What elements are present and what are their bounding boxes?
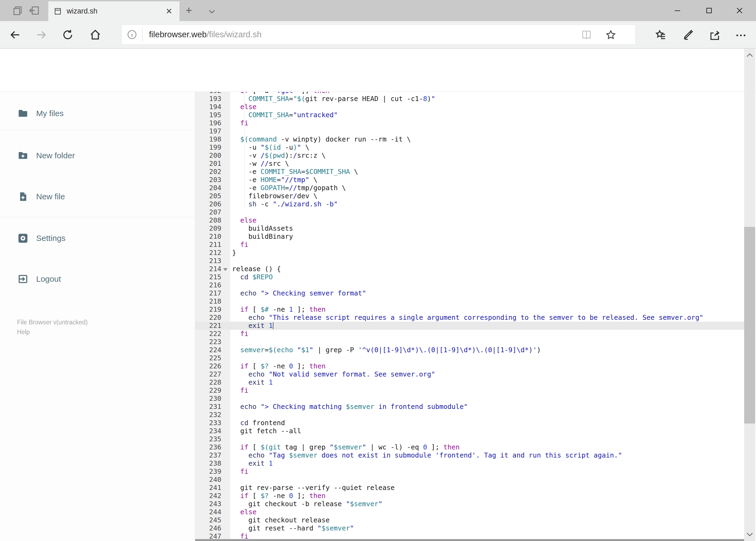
code-line: 232: [195, 411, 744, 419]
line-number: 215: [195, 273, 221, 281]
code-line: 233 cd frontend: [195, 419, 744, 427]
code-line: 224 semver=$(echo "$1" | grep -P '^v(0|[…: [195, 346, 744, 354]
new-tab-icon[interactable]: +: [186, 4, 192, 16]
sidebar-item-new-file[interactable]: New file: [0, 184, 195, 209]
app-header: [0, 49, 756, 92]
code-text: fi: [232, 241, 248, 249]
tab-wizard-sh[interactable]: wizard.sh ✕: [48, 1, 179, 21]
line-number: 205: [195, 192, 221, 200]
share-icon[interactable]: [708, 29, 721, 42]
code-editor[interactable]: 192 if [ -d ".git" ]; then193 COMMIT_SHA…: [195, 92, 744, 541]
code-text: if [ $? -ne 0 ]; then: [232, 492, 326, 500]
code-line: 240: [195, 476, 744, 484]
code-text: fi: [232, 330, 248, 338]
vertical-scrollbar[interactable]: [744, 49, 755, 541]
hub-icon[interactable]: [654, 29, 667, 42]
fold-arrow-icon[interactable]: [223, 268, 227, 271]
line-number: 220: [195, 313, 221, 322]
code-text: buildBinary: [232, 233, 293, 241]
sidebar-item-new-folder[interactable]: New folder: [0, 143, 195, 168]
help-link[interactable]: Help: [17, 328, 30, 336]
code-text: fi: [232, 386, 248, 395]
line-number: 227: [195, 370, 221, 378]
line-number: 223: [195, 338, 221, 346]
sidebar-item-settings[interactable]: Settings: [0, 226, 195, 251]
url-divider: [142, 27, 142, 42]
code-text: -e COMMIT_SHA=$COMMIT_SHA \: [232, 168, 358, 176]
scroll-up-icon[interactable]: [745, 51, 754, 60]
line-number: 211: [195, 241, 221, 249]
sidebar-item-label: Settings: [36, 234, 65, 243]
code-text: exit 1: [232, 322, 273, 330]
line-number: 195: [195, 111, 221, 119]
vertical-scrollbar-thumb[interactable]: [744, 227, 755, 423]
reading-view-icon[interactable]: [581, 29, 592, 41]
line-number: 235: [195, 435, 221, 443]
site-info-icon[interactable]: [126, 29, 137, 40]
code-text: if [ $# -ne 1 ]; then: [232, 305, 326, 313]
sidebar-item-my-files[interactable]: My files: [0, 101, 195, 126]
line-number: 228: [195, 378, 221, 386]
horizontal-scrollbar-thumb[interactable]: [195, 539, 744, 541]
address-bar[interactable]: filebrowser.web/files/wizard.sh: [122, 25, 635, 45]
code-line: 195 COMMIT_SHA="untracked": [195, 111, 744, 119]
annotate-icon[interactable]: [681, 29, 694, 42]
url-path: /files/wizard.sh: [207, 30, 262, 39]
code-line: 193 COMMIT_SHA="$(git rev-parse HEAD | c…: [195, 95, 744, 103]
line-number: 200: [195, 152, 221, 160]
refresh-icon[interactable]: [62, 29, 74, 41]
code-line: 231 echo "> Checking matching $semver in…: [195, 403, 744, 411]
line-number: 245: [195, 516, 221, 524]
sidebar-item-label: New folder: [36, 151, 75, 160]
text-cursor: [273, 322, 273, 329]
line-number: 237: [195, 451, 221, 459]
code-line: 230: [195, 395, 744, 403]
code-line: 213: [195, 257, 744, 265]
sidebar-item-logout[interactable]: Logout: [0, 267, 195, 291]
url-text[interactable]: filebrowser.web/files/wizard.sh: [149, 30, 262, 39]
minimize-icon[interactable]: [671, 4, 684, 17]
code-text: $(command -v winpty) docker run --rm -it…: [232, 135, 411, 144]
code-line: 210 buildBinary: [195, 233, 744, 241]
code-line: 226 if [ $? -ne 0 ]; then: [195, 362, 744, 370]
back-icon[interactable]: [9, 29, 21, 41]
code-text: else: [232, 216, 256, 225]
tab-bar: wizard.sh ✕ +: [0, 0, 756, 21]
code-text: if [ $(git tag | grep "$semver" | wc -l)…: [232, 443, 460, 451]
code-text: echo "Not valid semver format. See semve…: [232, 370, 435, 378]
code-text: git rev-parse --verify --quiet release: [232, 484, 394, 492]
code-text: if [ -d ".git" ]; then: [232, 92, 330, 95]
code-line: 199 -u "$(id -u)" \: [195, 144, 744, 152]
code-line: 242 if [ $? -ne 0 ]; then: [195, 492, 744, 500]
home-icon[interactable]: [89, 29, 102, 41]
close-window-icon[interactable]: [733, 4, 746, 17]
line-number: 199: [195, 144, 221, 152]
line-number: 238: [195, 459, 221, 467]
more-icon[interactable]: [735, 29, 747, 42]
line-number: 218: [195, 297, 221, 305]
line-number: 232: [195, 411, 221, 419]
code-line: 216: [195, 281, 744, 289]
tab-dropdown-icon[interactable]: [207, 6, 217, 17]
close-tab-icon[interactable]: ✕: [166, 7, 172, 16]
line-number: 219: [195, 305, 221, 313]
code-lines: 192 if [ -d ".git" ]; then193 COMMIT_SHA…: [195, 92, 744, 540]
forward-icon[interactable]: [35, 29, 48, 41]
maximize-icon[interactable]: [702, 4, 716, 17]
code-line: 205 filebrowser/dev \: [195, 192, 744, 200]
line-number: 231: [195, 403, 221, 411]
tab-preview-icon[interactable]: [11, 4, 24, 17]
code-text: cd $REPO: [232, 273, 273, 281]
line-number: 233: [195, 419, 221, 427]
favorite-star-icon[interactable]: [605, 29, 617, 41]
code-text: exit 1: [232, 378, 273, 386]
line-number: 243: [195, 500, 221, 508]
scroll-down-icon[interactable]: [745, 530, 754, 539]
set-aside-tabs-icon[interactable]: [28, 4, 41, 17]
code-text: git reset --hard "$semver": [232, 524, 354, 532]
code-line: 207: [195, 208, 744, 216]
gear-icon: [17, 233, 29, 244]
code-text: buildAssets: [232, 225, 293, 233]
tab-title: wizard.sh: [67, 7, 98, 15]
line-number: 202: [195, 168, 221, 176]
